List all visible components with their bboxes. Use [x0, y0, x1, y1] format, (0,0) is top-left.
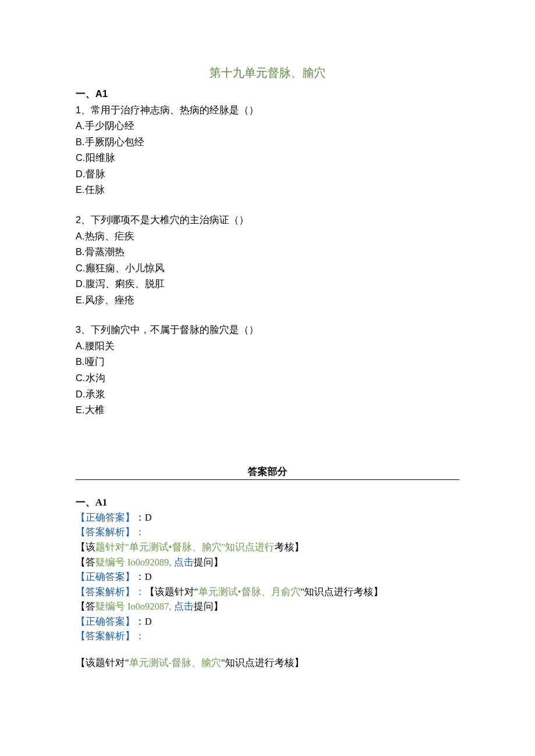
- question-2: 2、下列哪项不是大椎穴的主治病证（） A.热病、疟疾 B.骨蒸潮热 C.癫狂痫、…: [76, 213, 459, 307]
- label-analysis: 【答案解析】: [76, 630, 135, 642]
- question-stem: 2、下列哪项不是大椎穴的主治病证（）: [76, 213, 459, 228]
- note-text: "知识点进行: [222, 542, 275, 553]
- option-b: B.骨蒸潮热: [76, 245, 459, 260]
- option-d: D.腹泻、痢疾、脱肛: [76, 277, 459, 292]
- blank-line: [76, 644, 459, 655]
- option-a: A.热病、疟疾: [76, 229, 459, 244]
- yida-text: 疑编号 Io0o92087,: [95, 601, 174, 612]
- yida-text: 疑编号 Io0o92089,: [95, 557, 174, 568]
- note-topic: 单元测试•督脉、腧穴: [129, 542, 222, 553]
- note-text: 【该: [76, 542, 95, 553]
- option-e: E.大椎: [76, 403, 459, 418]
- analysis-topic: 单元测试•督脉、月俞穴: [198, 586, 301, 597]
- option-e: E.任脉: [76, 182, 459, 198]
- click-link[interactable]: 点击: [174, 557, 194, 568]
- answers-section-a1: 一、A1: [76, 495, 459, 510]
- question-stem: 1、常用于治疗神志病、热病的经脉是（）: [76, 103, 459, 118]
- option-b: B.手厥阴心包经: [76, 135, 459, 150]
- option-e: E.风疹、痤疮: [76, 293, 459, 308]
- answer-value: ：D: [135, 512, 152, 523]
- label-correct-answer: 【正确答案】: [76, 512, 135, 523]
- analysis-text: 【该题针对": [145, 586, 198, 597]
- answer-2-analysis: 【答案解析】：【该题针对"单元测试•督脉、月俞穴"知识点进行考核】: [76, 585, 459, 600]
- yida-text: 【答: [76, 557, 95, 568]
- click-link[interactable]: 点击: [174, 601, 194, 612]
- label-correct-answer: 【正确答案】: [76, 616, 135, 627]
- question-stem: 3、下列腧穴中，不属于督脉的脸穴是（）: [76, 323, 459, 338]
- answer-3-correct: 【正确答案】：D: [76, 614, 459, 629]
- answer-2-correct: 【正确答案】：D: [76, 569, 459, 585]
- option-c: C.阳维脉: [76, 151, 459, 166]
- yida-text: 提问】: [194, 557, 223, 568]
- option-d: D.承浆: [76, 387, 459, 402]
- answer-value: ：D: [135, 571, 152, 582]
- answer-1-question-link: 【答疑编号 Io0o92089, 点击提问】: [76, 555, 459, 570]
- question-3: 3、下列腧穴中，不属于督脉的脸穴是（） A.腰阳关 B.哑门 C.水沟 D.承浆…: [76, 323, 459, 417]
- option-d: D.督脉: [76, 167, 459, 182]
- note-text: 题针对": [95, 542, 129, 553]
- yida-text: 【答: [76, 601, 95, 612]
- label-correct-answer: 【正确答案】: [76, 571, 135, 582]
- label-analysis: 【答案解析】: [76, 526, 135, 538]
- note-topic: 单元测试-督脉、腧穴: [129, 657, 222, 668]
- note-text: "知识点进行考核】: [221, 657, 304, 668]
- answers-header: 答案部分: [76, 464, 459, 479]
- label-analysis-colon: ：: [135, 630, 145, 642]
- answers-divider: [76, 479, 459, 480]
- answer-1-analysis-label: 【答案解析】：: [76, 525, 459, 540]
- document-page: 第十九单元督脉、腧穴 一、A1 1、常用于治疗神志病、热病的经脉是（） A.手少…: [0, 0, 535, 705]
- answer-2-question-link: 【答疑编号 Io0o92087, 点击提问】: [76, 599, 459, 614]
- option-a: A.手少阴心经: [76, 119, 459, 134]
- yida-text: 提问】: [194, 601, 223, 612]
- label-analysis-colon: ：: [135, 526, 145, 538]
- option-c: C.癫狂痫、小儿惊风: [76, 261, 459, 276]
- option-c: C.水沟: [76, 371, 459, 386]
- analysis-text: "知识点进行考核】: [301, 586, 384, 597]
- answer-value: ：D: [135, 616, 152, 627]
- note-text: 考核】: [274, 542, 304, 553]
- page-title: 第十九单元督脉、腧穴: [76, 64, 459, 82]
- note-text: 【该题针对": [76, 657, 129, 668]
- answer-3-analysis-label: 【答案解析】：: [76, 629, 459, 644]
- option-b: B.哑门: [76, 354, 459, 370]
- answer-1-correct: 【正确答案】：D: [76, 510, 459, 525]
- label-analysis: 【答案解析】：: [76, 586, 145, 597]
- answers-body: 一、A1 【正确答案】：D 【答案解析】： 【该题针对"单元测试•督脉、腧穴"知…: [76, 495, 459, 670]
- option-a: A.腰阳关: [76, 339, 459, 354]
- answer-3-note: 【该题针对"单元测试-督脉、腧穴"知识点进行考核】: [76, 655, 459, 671]
- question-1: 1、常用于治疗神志病、热病的经脉是（） A.手少阴心经 B.手厥阴心包经 C.阳…: [76, 103, 459, 198]
- section-heading-a1: 一、A1: [76, 87, 459, 102]
- answer-1-note: 【该题针对"单元测试•督脉、腧穴"知识点进行考核】: [76, 540, 459, 555]
